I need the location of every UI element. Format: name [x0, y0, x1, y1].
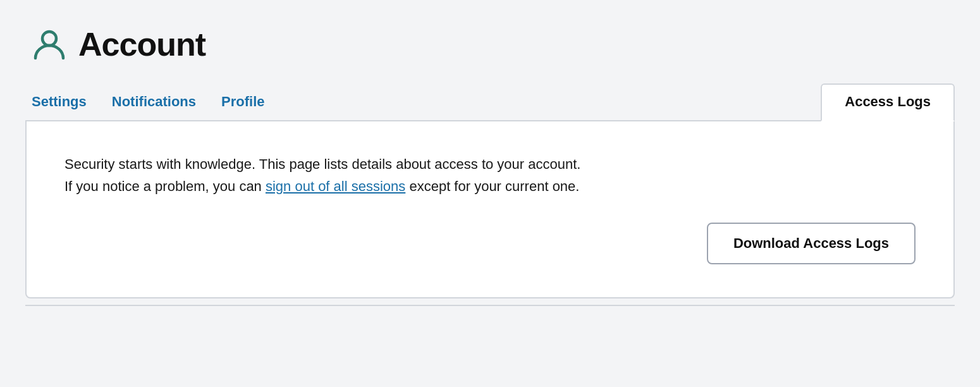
tabs-row: Settings Notifications Profile Access Lo… — [25, 83, 955, 121]
download-access-logs-button[interactable]: Download Access Logs — [707, 223, 916, 264]
tab-profile[interactable]: Profile — [215, 85, 283, 120]
info-line2-post: except for your current one. — [405, 178, 579, 194]
download-btn-row: Download Access Logs — [64, 223, 916, 264]
bottom-divider — [25, 305, 955, 306]
tab-access-logs[interactable]: Access Logs — [821, 83, 955, 121]
svg-point-0 — [42, 32, 56, 46]
page-container: Account Settings Notifications Profile A… — [0, 0, 980, 387]
main-content: Security starts with knowledge. This pag… — [25, 121, 955, 298]
info-line2-pre: If you notice a problem, you can — [64, 178, 266, 194]
tab-settings[interactable]: Settings — [25, 85, 106, 120]
tabs-section: Settings Notifications Profile Access Lo… — [25, 83, 955, 121]
info-text: Security starts with knowledge. This pag… — [64, 153, 760, 197]
tab-notifications[interactable]: Notifications — [106, 85, 215, 120]
account-icon — [32, 27, 67, 62]
page-title: Account — [78, 25, 205, 63]
sign-out-link[interactable]: sign out of all sessions — [266, 178, 405, 194]
page-header: Account — [25, 25, 955, 63]
info-line1: Security starts with knowledge. This pag… — [64, 156, 580, 172]
